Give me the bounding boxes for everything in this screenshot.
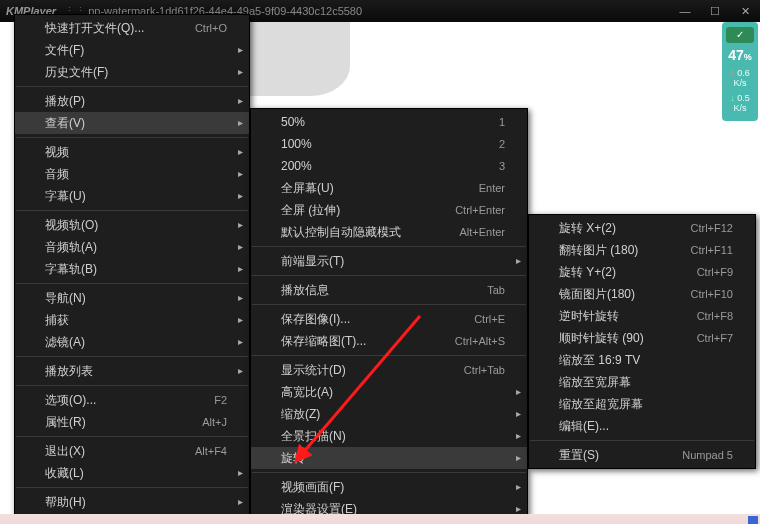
menu-item-accelerator: 1 (469, 111, 505, 133)
view-menu-item[interactable]: 保存图像(I)...Ctrl+E (251, 308, 527, 330)
main-menu-divider (16, 210, 248, 211)
view-menu-item[interactable]: 保存缩略图(T)...Ctrl+Alt+S (251, 330, 527, 352)
menu-item-label: 翻转图片 (180) (559, 239, 638, 261)
menu-item-label: 逆时针旋转 (559, 305, 619, 327)
rotate-menu-item[interactable]: 镜面图片(180)Ctrl+F10 (529, 283, 755, 305)
menu-item-label: 查看(V) (45, 112, 85, 134)
main-menu-item[interactable]: 退出(X)Alt+F4 (15, 440, 249, 462)
view-menu-item[interactable]: 100%2 (251, 133, 527, 155)
menu-item-label: 字幕轨(B) (45, 258, 97, 280)
rotate-menu-item[interactable]: 逆时针旋转Ctrl+F8 (529, 305, 755, 327)
taskbar-strip (0, 514, 760, 524)
rotate-menu-item[interactable]: 翻转图片 (180)Ctrl+F11 (529, 239, 755, 261)
upload-rate: ↑ 0.6K/s (722, 68, 758, 88)
main-menu-divider (16, 356, 248, 357)
main-menu-item[interactable]: 视频 (15, 141, 249, 163)
menu-item-accelerator: 3 (469, 155, 505, 177)
view-menu-divider (252, 246, 526, 247)
menu-item-label: 全屏幕(U) (281, 177, 334, 199)
view-menu-item[interactable]: 全景扫描(N) (251, 425, 527, 447)
menu-item-label: 属性(R) (45, 411, 86, 433)
view-menu-item[interactable]: 默认控制自动隐藏模式Alt+Enter (251, 221, 527, 243)
menu-item-label: 旋转 Y+(2) (559, 261, 616, 283)
menu-item-label: 播放(P) (45, 90, 85, 112)
rotate-menu-item[interactable]: 缩放至超宽屏幕 (529, 393, 755, 415)
menu-item-label: 帮助(H) (45, 491, 86, 513)
rotate-menu-item[interactable]: 缩放至 16:9 TV (529, 349, 755, 371)
view-menu-item[interactable]: 缩放(Z) (251, 403, 527, 425)
view-menu-item[interactable]: 200%3 (251, 155, 527, 177)
main-menu-divider (16, 86, 248, 87)
rotate-menu-item[interactable]: 顺时针旋转 (90)Ctrl+F7 (529, 327, 755, 349)
main-menu-divider (16, 137, 248, 138)
view-menu-item[interactable]: 播放信息Tab (251, 279, 527, 301)
menu-item-label: 重置(S) (559, 444, 599, 466)
view-menu-item[interactable]: 全屏 (拉伸)Ctrl+Enter (251, 199, 527, 221)
menu-item-label: 保存图像(I)... (281, 308, 350, 330)
main-menu-item[interactable]: 查看(V) (15, 112, 249, 134)
close-button[interactable]: ✕ (730, 5, 760, 18)
view-menu-divider (252, 275, 526, 276)
menu-item-label: 200% (281, 155, 312, 177)
view-menu-item[interactable]: 全屏幕(U)Enter (251, 177, 527, 199)
menu-item-label: 编辑(E)... (559, 415, 609, 437)
main-menu-item[interactable]: 快速打开文件(Q)...Ctrl+O (15, 17, 249, 39)
menu-item-accelerator: Tab (457, 279, 505, 301)
view-menu-item[interactable]: 前端显示(T) (251, 250, 527, 272)
menu-item-label: 收藏(L) (45, 462, 84, 484)
main-menu-item[interactable]: 音频 (15, 163, 249, 185)
main-menu-item[interactable]: 播放(P) (15, 90, 249, 112)
rotate-menu-item[interactable]: 编辑(E)... (529, 415, 755, 437)
minimize-button[interactable]: — (670, 5, 700, 18)
main-menu-item[interactable]: 滤镜(A) (15, 331, 249, 353)
main-menu-item[interactable]: 字幕轨(B) (15, 258, 249, 280)
menu-item-label: 显示统计(D) (281, 359, 346, 381)
main-menu-item[interactable]: 收藏(L) (15, 462, 249, 484)
maximize-button[interactable]: ☐ (700, 5, 730, 18)
menu-item-label: 快速打开文件(Q)... (45, 17, 144, 39)
main-menu-item[interactable]: 音频轨(A) (15, 236, 249, 258)
percent-value: 47% (722, 47, 758, 63)
rotate-menu-item[interactable]: 旋转 Y+(2)Ctrl+F9 (529, 261, 755, 283)
main-menu-item[interactable]: 历史文件(F) (15, 61, 249, 83)
menu-item-accelerator: Alt+Enter (429, 221, 505, 243)
main-menu-item[interactable]: 视频轨(O) (15, 214, 249, 236)
menu-item-accelerator: Ctrl+Tab (434, 359, 505, 381)
main-menu-item[interactable]: 属性(R)Alt+J (15, 411, 249, 433)
main-menu-divider (16, 436, 248, 437)
view-menu-item[interactable]: 视频画面(F) (251, 476, 527, 498)
main-menu-divider (16, 385, 248, 386)
menu-item-label: 全景扫描(N) (281, 425, 346, 447)
menu-item-label: 缩放(Z) (281, 403, 320, 425)
menu-item-accelerator: Ctrl+F7 (667, 327, 733, 349)
main-menu-item[interactable]: 导航(N) (15, 287, 249, 309)
main-menu-item[interactable]: 文件(F) (15, 39, 249, 61)
main-menu-item[interactable]: 帮助(H) (15, 491, 249, 513)
menu-item-label: 镜面图片(180) (559, 283, 635, 305)
rotate-menu-item[interactable]: 旋转 X+(2)Ctrl+F12 (529, 217, 755, 239)
main-menu-item[interactable]: 捕获 (15, 309, 249, 331)
main-menu-item[interactable]: 选项(O)...F2 (15, 389, 249, 411)
rotate-menu-item[interactable]: 缩放至宽屏幕 (529, 371, 755, 393)
view-menu-item[interactable]: 50%1 (251, 111, 527, 133)
network-widget[interactable]: ✓ 47% ↑ 0.6K/s ↓ 0.5K/s (722, 22, 758, 121)
context-menu-main[interactable]: 快速打开文件(Q)...Ctrl+O文件(F)历史文件(F)播放(P)查看(V)… (14, 14, 250, 516)
menu-item-label: 50% (281, 111, 305, 133)
menu-item-label: 滤镜(A) (45, 331, 85, 353)
arrow-down-icon: ↓ (730, 93, 735, 103)
view-menu-item[interactable]: 显示统计(D)Ctrl+Tab (251, 359, 527, 381)
menu-item-label: 缩放至 16:9 TV (559, 349, 640, 371)
view-menu-item[interactable]: 旋转 (251, 447, 527, 469)
submenu-rotate[interactable]: 旋转 X+(2)Ctrl+F12翻转图片 (180)Ctrl+F11旋转 Y+(… (528, 214, 756, 469)
main-menu-item[interactable]: 播放列表 (15, 360, 249, 382)
main-menu-item[interactable]: 字幕(U) (15, 185, 249, 207)
menu-item-label: 退出(X) (45, 440, 85, 462)
window-buttons: — ☐ ✕ (670, 5, 760, 18)
arrow-up-icon: ↑ (730, 68, 735, 78)
view-menu-item[interactable]: 高宽比(A) (251, 381, 527, 403)
menu-item-accelerator: Ctrl+F11 (661, 239, 734, 261)
rotate-menu-item[interactable]: 重置(S)Numpad 5 (529, 444, 755, 466)
menu-item-label: 旋转 X+(2) (559, 217, 616, 239)
submenu-view[interactable]: 50%1100%2200%3全屏幕(U)Enter全屏 (拉伸)Ctrl+Ent… (250, 108, 528, 523)
menu-item-accelerator: Ctrl+Alt+S (425, 330, 505, 352)
